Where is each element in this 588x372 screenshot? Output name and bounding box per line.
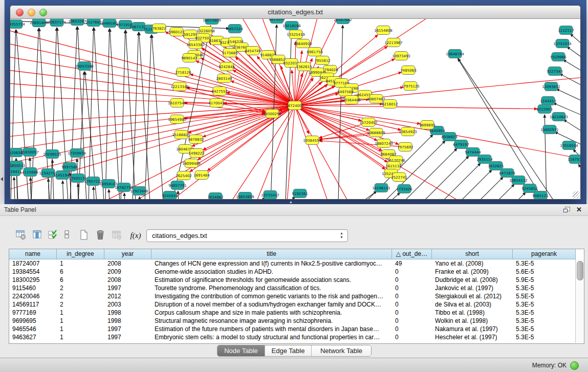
table-row[interactable]: 946362711997Embryonic stem cells: a mode… [9,333,576,341]
graph-edge [389,192,400,199]
splitter-handle[interactable]: ▴ [290,200,292,204]
table-header-row: namein_degreeyeartitle△ out_de…shortpage… [9,249,576,259]
graph-node-label: 18807249 [375,142,393,146]
table-row[interactable]: 969969511998Structural magnetic resonanc… [9,317,576,325]
column-header-out_degree[interactable]: △ out_de… [392,249,432,259]
table-row[interactable]: 1872400712008Changes of HCN gene express… [9,259,576,268]
graph-node-label: 9485121 [532,194,548,198]
cell-pagerank: 5.3E-5 [513,325,576,333]
graph-node-label: 9192261 [292,192,308,196]
table-row[interactable]: 2242004622012Investigating the contribut… [9,292,576,300]
table-panel: Table Panel ✕ f(x) citations_ [0,204,588,372]
tab-node-table[interactable]: Node Table [217,345,265,356]
graph-node-label: 13325419 [287,33,305,37]
graph-node-label: 20053346 [75,64,94,69]
import-table-icon[interactable] [110,229,123,242]
graph-node-label: 10653287 [68,19,86,24]
graph-node-label: 16640910 [294,42,312,46]
cell-title: Structural magnetic resonance image aver… [151,317,392,325]
cell-name: 9699695 [9,317,57,325]
cell-name: 18300295 [9,276,57,284]
graph-node-label: 10654112 [509,179,528,183]
cell-pagerank: 5.5E-5 [513,292,576,300]
table-settings-icon[interactable] [14,229,28,242]
panel-collapse-icon[interactable] [1,177,3,181]
graph-node-label: 6961758 [307,50,322,54]
table-row[interactable]: 911546021997Tourette syndrome. Phenomeno… [9,284,576,292]
column-header-in_degree[interactable]: in_degree [57,249,104,259]
graph-node-label: 8454749 [245,49,260,53]
graph-edge [319,132,408,140]
graph-node-label: 16853809 [236,195,254,199]
table-row[interactable]: 1456911722003Disruption of a novel membe… [9,300,576,309]
cell-out_degree: 0 [392,309,432,317]
graph-node-label: 2935114 [476,158,493,162]
graph-node-label: 16210643 [550,115,568,119]
cell-in_degree: 6 [57,268,104,276]
table-row[interactable]: 1938455462009Genome-wide association stu… [9,268,576,276]
cell-pagerank: 5.6E-5 [513,268,576,276]
cell-pagerank: 5.3E-5 [513,300,576,309]
column-header-title[interactable]: title [151,249,392,259]
graph-edge [496,184,514,199]
float-window-icon[interactable] [563,207,570,212]
column-header-year[interactable]: year [104,249,151,259]
cell-short: Tibbo et al. (1998) [432,309,513,317]
vertical-scrollbar[interactable] [575,259,584,343]
graph-node-label: 16099489 [182,162,201,166]
table-row[interactable]: 977716911998Corpus callosum shape and si… [9,309,576,317]
memory-status-label: Memory: OK [532,362,567,369]
graph-node-label: 15692971 [540,128,559,132]
cell-name: 9115460 [9,284,57,292]
graph-edge [139,196,140,199]
graph-edge [556,89,580,102]
graph-node-label: 1112117 [558,29,574,33]
show-columns-icon[interactable] [31,229,44,242]
window-resize-grip[interactable] [573,191,580,199]
memory-status-icon[interactable] [570,361,579,370]
graph-node-label: 3175685 [222,51,237,55]
tab-edge-table[interactable]: Edge Table [265,345,312,356]
row-height-icon[interactable] [60,229,74,242]
select-columns-icon[interactable] [46,229,59,242]
graph-node-label: 6216012 [382,102,398,106]
cell-name: 19384554 [9,268,57,276]
cell-out_degree: 0 [392,325,432,333]
graph-node-label: 24355724 [10,23,25,27]
graph-node-label: 1733426 [396,187,412,191]
table-row[interactable]: 1830029562008Estimation of significance … [9,276,576,284]
graph-node-label: 13226058 [197,29,215,33]
cell-title: Estimation of the future numbers of pati… [151,325,392,333]
status-bar: Memory: OK [0,358,588,372]
cell-in_degree: 2 [57,292,104,300]
network-canvas[interactable]: 2435572420691406209371741065328715276026… [10,19,580,199]
tab-network-table[interactable]: Network Table [312,345,371,356]
cell-short: Stergiakouli et al. (2012) [432,292,513,300]
graph-node-label: 9227343 [547,70,562,74]
column-header-name[interactable]: name [9,249,57,259]
cell-out_degree: 0 [392,276,432,284]
delete-icon[interactable] [94,229,107,242]
graph-node-label: 12093832 [542,85,560,89]
graph-node-label: 5878832 [188,138,204,142]
cell-title: Corpus callosum shape and size in male p… [151,309,392,317]
function-builder-icon[interactable]: f(x) [127,229,144,242]
graph-node-label: 94857791 [168,184,187,188]
cell-name: 22420046 [9,292,57,300]
graph-node-label: 19218596 [282,24,301,28]
graph-node-label: 1115686 [22,170,38,174]
graph-node-label: 12213967 [384,41,403,45]
column-header-pagerank[interactable]: pagerank [513,249,576,259]
cell-out_degree: 49 [392,259,432,268]
new-document-icon[interactable] [77,229,91,242]
table-select-dropdown[interactable]: citations_edges.txt ▲▼ [146,229,348,242]
cell-year: 2009 [104,268,151,276]
close-panel-icon[interactable]: ✕ [576,206,582,213]
network-window-titlebar[interactable]: citations_edges.txt [10,6,580,19]
table-row[interactable]: 946554611997Estimation of the future num… [9,325,576,333]
scrollbar-thumb[interactable] [577,261,583,280]
cell-title: Changes of HCN gene expression and I(f) … [151,259,392,268]
graph-node-label: 16154808 [374,29,393,33]
graph-node-label: 17975125 [401,84,420,89]
column-header-short[interactable]: short [432,249,513,259]
